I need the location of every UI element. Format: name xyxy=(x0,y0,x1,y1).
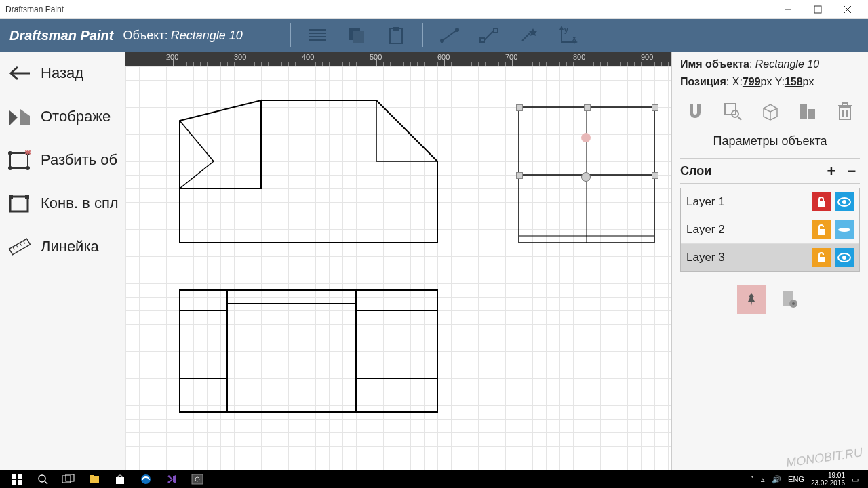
network-icon[interactable]: ▵ xyxy=(761,475,765,484)
layer-visibility-button[interactable] xyxy=(835,192,854,211)
svg-point-79 xyxy=(842,256,846,260)
svg-marker-45 xyxy=(180,100,437,243)
svg-rect-77 xyxy=(818,257,825,262)
task-view-icon[interactable] xyxy=(56,470,81,488)
svg-rect-36 xyxy=(25,195,29,199)
object-name-row: Имя объекта: Rectangle 10 xyxy=(680,58,860,70)
start-button[interactable] xyxy=(4,470,30,488)
svg-point-31 xyxy=(8,166,12,170)
layer-lock-button[interactable] xyxy=(812,220,831,239)
taskbar-clock[interactable]: 19:01 23.02.2016 xyxy=(811,472,845,487)
layer-visibility-button[interactable] xyxy=(835,248,854,267)
app-toolbar: Draftsman Paint Объект:Rectangle 10 yx xyxy=(0,19,868,52)
visual-studio-icon[interactable] xyxy=(159,470,184,488)
position-x-value[interactable]: 799 xyxy=(743,76,761,87)
back-button[interactable]: Назад xyxy=(0,52,125,95)
selection-handle[interactable] xyxy=(584,104,591,111)
svg-text:y: y xyxy=(564,26,568,34)
object-label: Объект:Rectangle 10 xyxy=(123,28,242,43)
svg-rect-86 xyxy=(18,480,22,485)
convert-spline-button[interactable]: Конв. в спл xyxy=(0,182,125,225)
svg-rect-65 xyxy=(800,104,807,119)
break-label: Разбить об xyxy=(41,151,117,169)
cube-icon[interactable] xyxy=(760,100,781,122)
spline-label: Конв. в спл xyxy=(41,195,119,212)
svg-text:x: x xyxy=(572,35,576,42)
layer-settings-button[interactable] xyxy=(775,285,804,314)
copy-tool-icon[interactable] xyxy=(341,22,372,48)
break-object-button[interactable]: ✱ Разбить об xyxy=(0,138,125,182)
canvas-area[interactable]: 200300400500600700800900 xyxy=(125,52,671,470)
layer-name: Layer 2 xyxy=(686,223,808,237)
svg-rect-72 xyxy=(818,201,825,207)
layer-row[interactable]: Layer 3 xyxy=(681,244,859,271)
window-minimize-button[interactable] xyxy=(773,0,803,19)
ruler-button[interactable]: Линейка xyxy=(0,225,125,268)
paste-tool-icon[interactable] xyxy=(380,22,412,48)
svg-marker-95 xyxy=(167,475,173,483)
axes-tool-icon[interactable]: yx xyxy=(552,22,583,48)
break-icon: ✱ xyxy=(7,147,33,173)
tray-chevron-icon[interactable]: ˄ xyxy=(750,475,754,484)
app-brand: Draftsman Paint xyxy=(0,28,123,43)
store-icon[interactable] xyxy=(107,470,133,488)
selection-handle[interactable] xyxy=(652,104,658,111)
selection-center[interactable] xyxy=(581,172,591,182)
svg-rect-75 xyxy=(818,229,825,235)
add-layer-button[interactable]: + xyxy=(823,163,840,179)
display-button[interactable]: Отображе xyxy=(0,95,125,138)
svg-point-32 xyxy=(26,166,30,170)
horizontal-ruler[interactable]: 200300400500600700800900 xyxy=(125,52,671,66)
pin-button[interactable] xyxy=(737,285,766,314)
layer-visibility-button[interactable] xyxy=(835,220,854,239)
svg-point-76 xyxy=(838,228,850,232)
explorer-icon[interactable] xyxy=(81,470,107,488)
svg-marker-27 xyxy=(20,109,30,125)
align-tool-icon[interactable] xyxy=(302,22,333,48)
svg-rect-92 xyxy=(90,475,94,477)
svg-rect-16 xyxy=(494,28,498,33)
svg-rect-9 xyxy=(353,30,364,43)
selection-handle[interactable] xyxy=(516,172,523,179)
object-position-row: Позиция: X:799px Y:158px xyxy=(680,76,860,88)
svg-rect-67 xyxy=(840,107,850,119)
windows-taskbar[interactable]: ˄ ▵ 🔊 ENG 19:01 23.02.2016 ▭ xyxy=(0,470,868,488)
svg-line-44 xyxy=(180,121,214,161)
selection-handle[interactable] xyxy=(652,172,658,179)
svg-rect-60 xyxy=(725,104,736,115)
svg-marker-96 xyxy=(173,475,176,483)
svg-rect-37 xyxy=(9,239,31,255)
svg-rect-15 xyxy=(480,38,484,42)
window-maximize-button[interactable] xyxy=(803,0,833,19)
edge-icon[interactable] xyxy=(133,470,159,488)
line-tool-icon[interactable] xyxy=(434,22,465,48)
volume-icon[interactable]: 🔊 xyxy=(772,475,781,484)
node-tool-icon[interactable] xyxy=(473,22,505,48)
app-taskbar-icon[interactable] xyxy=(184,470,210,488)
selection-handle[interactable] xyxy=(516,104,523,111)
search-icon[interactable] xyxy=(30,470,56,488)
align-icon[interactable] xyxy=(797,100,818,122)
svg-rect-35 xyxy=(9,195,13,199)
window-close-button[interactable] xyxy=(833,0,863,19)
selection-pivot[interactable] xyxy=(581,133,591,142)
svg-rect-48 xyxy=(180,290,437,412)
layer-lock-button[interactable] xyxy=(812,248,831,267)
svg-marker-42 xyxy=(180,100,261,188)
notifications-icon[interactable]: ▭ xyxy=(852,475,859,484)
layer-row[interactable]: Layer 2 xyxy=(681,216,859,244)
position-y-value[interactable]: 158 xyxy=(785,76,803,87)
parameters-title: Параметры объекта xyxy=(680,134,860,148)
delete-icon[interactable] xyxy=(834,100,856,122)
magnet-icon[interactable] xyxy=(684,100,706,122)
svg-line-17 xyxy=(484,30,494,40)
magic-tool-icon[interactable] xyxy=(513,22,544,48)
system-tray[interactable]: ˄ ▵ 🔊 ENG 19:01 23.02.2016 ▭ xyxy=(750,472,864,487)
svg-rect-1 xyxy=(814,6,821,13)
search-object-icon[interactable] xyxy=(722,100,743,122)
layer-row[interactable]: Layer 1 xyxy=(681,188,859,216)
layer-lock-button[interactable] xyxy=(812,192,831,211)
language-indicator[interactable]: ENG xyxy=(788,475,804,483)
remove-layer-button[interactable]: − xyxy=(844,163,860,179)
ruler-label: Линейка xyxy=(41,238,99,256)
